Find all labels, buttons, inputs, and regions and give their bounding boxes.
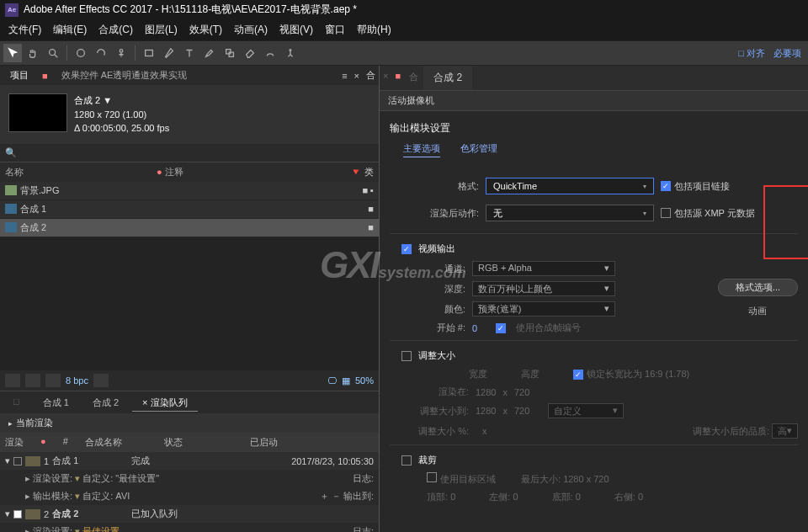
window-title: Adobe After Effects CC 2017 - H:\151118-… [24, 3, 357, 17]
post-render-label: 渲染后动作: [403, 207, 479, 220]
format-options-button[interactable]: 格式选项... [718, 279, 798, 296]
menu-help[interactable]: 帮助(H) [352, 21, 396, 39]
list-item[interactable]: 背景.JPG■ ▪ [0, 182, 379, 200]
comp-viewer-tab[interactable]: 合成 2 [423, 66, 472, 90]
format-label: 格式: [403, 180, 479, 193]
crop-check[interactable] [401, 455, 412, 466]
timeline-tab[interactable]: 合成 1 [33, 393, 79, 412]
svg-point-1 [77, 50, 85, 57]
list-item[interactable]: 合成 1■ [0, 200, 379, 219]
project-tab[interactable]: 项目 [3, 67, 35, 83]
menubar: 文件(F) 编辑(E) 合成(C) 图层(L) 效果(T) 动画(A) 视图(V… [0, 19, 808, 40]
quality-select[interactable]: 高▾ [772, 423, 798, 439]
start-number[interactable]: 0 [472, 323, 477, 333]
comp-thumbnail [8, 93, 67, 132]
comp-btn[interactable] [45, 374, 61, 387]
current-render-section[interactable]: 当前渲染 [0, 413, 379, 433]
effectcontrols-tab[interactable]: 效果控件 AE透明通道效果实现 [55, 67, 194, 83]
trash-btn[interactable] [93, 374, 109, 387]
comp-duration: Δ 0:00:05:00, 25.00 fps [74, 121, 169, 136]
menu-comp[interactable]: 合成(C) [93, 21, 138, 39]
crop-label: 裁剪 [418, 454, 437, 466]
active-camera-label[interactable]: 活动摄像机 [380, 91, 808, 111]
puppet-tool[interactable] [281, 44, 300, 62]
timeline-tab[interactable]: 合成 2 [82, 393, 129, 412]
use-comp-frame-check[interactable]: ✓ [496, 323, 506, 333]
col-type[interactable]: 类 [364, 167, 374, 177]
menu-view[interactable]: 视图(V) [274, 21, 318, 39]
svg-point-0 [50, 50, 56, 56]
rect-tool[interactable] [140, 44, 158, 62]
col-compname: 合成名称 [85, 436, 122, 449]
zoom-level[interactable]: 50% [355, 375, 374, 386]
resize-preset-select[interactable]: 自定义▾ [548, 403, 624, 418]
col-notes[interactable]: 注释 [165, 167, 183, 177]
toolbar: □ 对齐 必要项 [0, 40, 808, 66]
channels-select[interactable]: RGB + Alpha▾ [472, 261, 615, 276]
menu-edit[interactable]: 编辑(E) [48, 21, 92, 39]
menu-effect[interactable]: 效果(T) [184, 21, 227, 39]
svg-rect-3 [146, 51, 153, 56]
resize-label: 调整大小 [418, 349, 455, 362]
svg-point-6 [290, 50, 291, 51]
list-item[interactable]: 合成 2■ [0, 219, 379, 237]
roto-tool[interactable] [261, 44, 279, 62]
video-output-check[interactable]: ✓ [401, 244, 412, 254]
svg-point-2 [120, 50, 123, 53]
eraser-tool[interactable] [241, 44, 259, 62]
color-management-tab[interactable]: 色彩管理 [460, 142, 497, 157]
hand-tool[interactable] [24, 44, 42, 62]
menu-window[interactable]: 窗口 [320, 21, 350, 39]
col-name[interactable]: 名称 [5, 166, 157, 178]
text-tool[interactable] [180, 44, 199, 62]
svg-rect-5 [229, 52, 233, 56]
color-select[interactable]: 预乘(遮罩)▾ [472, 301, 615, 317]
svg-rect-4 [226, 50, 231, 54]
snap-toggle[interactable]: □ 对齐 [738, 47, 765, 60]
dialog-title: 输出模块设置 [390, 116, 798, 142]
post-render-select[interactable]: 无▾ [486, 205, 654, 221]
rotate-tool[interactable] [92, 44, 110, 62]
depth-select[interactable]: 数百万种以上颜色▾ [472, 281, 615, 296]
comp-name: 合成 2 [74, 95, 100, 105]
app-icon: Ae [5, 3, 19, 17]
codec-label: 动画 [718, 305, 798, 317]
orbit-tool[interactable] [72, 44, 90, 62]
comp-dropdown-icon[interactable]: ▼ [103, 95, 112, 105]
bpc-button[interactable]: 8 bpc [66, 375, 88, 386]
project-list-header: 名称 ● 注释 🔻 类 [0, 162, 379, 182]
renderqueue-tab[interactable]: × 渲染队列 [132, 393, 197, 412]
zoom-tool[interactable] [44, 44, 62, 62]
main-options-tab[interactable]: 主要选项 [403, 142, 440, 157]
render-item[interactable]: ▾ 2 合成 2 已加入队列 [0, 505, 379, 523]
video-output-label: 视频输出 [418, 242, 455, 255]
include-xmp-check[interactable]: 包括源 XMP 元数据 [661, 207, 755, 220]
pen-tool[interactable] [160, 44, 178, 62]
menu-layer[interactable]: 图层(L) [140, 21, 183, 39]
folder-btn[interactable] [25, 374, 40, 387]
brush-tool[interactable] [200, 44, 219, 62]
menu-file[interactable]: 文件(F) [3, 21, 46, 39]
resize-check[interactable] [401, 351, 412, 361]
search-icon[interactable]: 🔍 [5, 147, 17, 158]
format-select[interactable]: QuickTime▾ [486, 178, 654, 194]
clone-tool[interactable] [221, 44, 239, 62]
include-project-link-check[interactable]: ✓包括项目链接 [661, 180, 730, 193]
anchor-tool[interactable] [112, 44, 130, 62]
interpret-btn[interactable] [5, 374, 20, 387]
col-num: # [63, 436, 68, 449]
col-render: 渲染 [5, 436, 24, 449]
selection-tool[interactable] [3, 44, 22, 62]
essential-panel[interactable]: 必要项 [773, 47, 801, 60]
col-started: 已启动 [250, 436, 278, 449]
render-item[interactable]: ▾ 1 合成 1 完成 2017/8/23, 10:05:30 [0, 452, 379, 470]
menu-anim[interactable]: 动画(A) [229, 21, 273, 39]
col-status: 状态 [164, 436, 183, 449]
comp-dimensions: 1280 x 720 (1.00) [74, 108, 169, 122]
